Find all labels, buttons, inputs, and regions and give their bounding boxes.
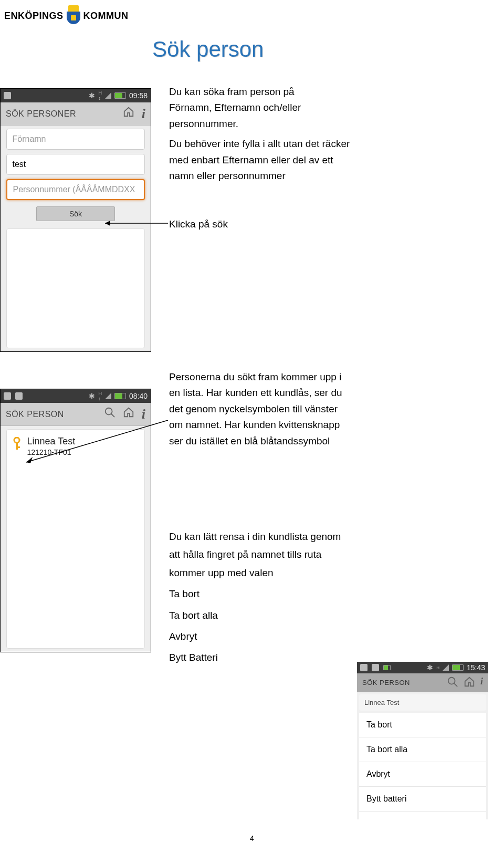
search-button-label: Sök bbox=[69, 210, 82, 218]
description-search: Du kan söka fram person på Förnamn, Efte… bbox=[169, 84, 416, 184]
description-long-press-menu: Du kan lätt rensa i din kundlista genom … bbox=[169, 529, 421, 668]
status-time: 08:40 bbox=[129, 392, 148, 400]
search-icon[interactable] bbox=[447, 676, 458, 690]
description-results: Personerna du sökt fram kommer upp i en … bbox=[169, 369, 421, 449]
info-icon[interactable]: i bbox=[480, 676, 483, 690]
signal-icon bbox=[443, 664, 449, 671]
status-bar: ✱ H 15:43 bbox=[357, 662, 488, 673]
desc-line: en lista. Har kunden ett kundlås, ser du bbox=[169, 385, 421, 401]
signal-icon bbox=[105, 92, 111, 99]
menu-item-ta-bort[interactable]: Ta bort bbox=[359, 713, 486, 737]
svg-rect-5 bbox=[16, 442, 18, 450]
network-icon: H↕ bbox=[98, 391, 102, 401]
desc-line: Personerna du sökt fram kommer upp i bbox=[169, 369, 421, 385]
desc-line: med enbart Efternamn eller del av ett bbox=[169, 152, 416, 168]
home-icon[interactable] bbox=[123, 106, 134, 122]
svg-line-7 bbox=[26, 420, 168, 462]
logo-crest-icon bbox=[66, 5, 81, 26]
info-icon[interactable]: i bbox=[142, 106, 145, 122]
desc-line: att hålla fingret på namnet tills ruta bbox=[169, 547, 421, 563]
svg-line-3 bbox=[111, 413, 114, 417]
description-click-search: Klicka på sök bbox=[169, 216, 416, 232]
bluetooth-icon: ✱ bbox=[427, 663, 433, 672]
sync-icon bbox=[360, 664, 368, 671]
appbar-title: SÖK PERSON bbox=[6, 410, 64, 419]
appbar-title: SÖK PERSON bbox=[362, 679, 410, 686]
status-bar: ✱ H↕ 09:58 bbox=[1, 89, 151, 102]
desc-line: Klicka på sök bbox=[169, 216, 416, 232]
signal-icon bbox=[105, 393, 111, 399]
app-bar: SÖK PERSONER i bbox=[1, 102, 151, 126]
network-icon: H↕ bbox=[98, 90, 102, 101]
svg-point-4 bbox=[14, 438, 19, 443]
desc-line: Du behöver inte fylla i allt utan det rä… bbox=[169, 136, 416, 152]
search-button[interactable]: Sök bbox=[36, 206, 116, 221]
appbar-title: SÖK PERSONER bbox=[6, 109, 76, 119]
results-empty-area bbox=[6, 228, 144, 348]
person-name: Linnea Test bbox=[364, 699, 399, 706]
bluetooth-icon: ✱ bbox=[89, 392, 95, 400]
desc-line: Du kan söka fram person på bbox=[169, 84, 416, 100]
status-bar: ✱ H↕ 08:40 bbox=[1, 389, 151, 403]
desc-line: om namnet. Har kunden kvittensknapp bbox=[169, 417, 421, 433]
battery-icon bbox=[452, 664, 464, 671]
sync-icon bbox=[4, 392, 11, 400]
svg-point-2 bbox=[106, 408, 112, 414]
page-number: 4 bbox=[250, 834, 254, 842]
bluetooth-icon: ✱ bbox=[89, 91, 95, 100]
home-icon[interactable] bbox=[123, 407, 134, 422]
option-label: Ta bort bbox=[169, 586, 421, 602]
search-form: Förnamn test Personnummer (ÅÅÅÅMMDDXX Sö… bbox=[1, 126, 151, 351]
logo-text-left: ENKÖPINGS bbox=[4, 11, 64, 22]
efternamn-value: test bbox=[12, 160, 26, 169]
battery-small-icon bbox=[383, 665, 391, 670]
menu-item-avbryt[interactable]: Avbryt bbox=[359, 762, 486, 787]
status-time: 09:58 bbox=[129, 91, 148, 100]
svg-marker-8 bbox=[26, 457, 33, 463]
network-icon: H bbox=[436, 665, 439, 670]
dimmed-list-item: Linnea Test bbox=[359, 694, 486, 711]
desc-line: ser du istället en blå blåtandssymbol bbox=[169, 433, 421, 449]
logo-text-right: KOMMUN bbox=[83, 11, 129, 22]
desc-line: personnummer. bbox=[169, 116, 416, 132]
arrow-to-search-button bbox=[105, 215, 173, 231]
desc-line: det genom nyckelsymbolen till vänster bbox=[169, 401, 421, 417]
battery-icon bbox=[114, 92, 126, 99]
fornamn-input[interactable]: Förnamn bbox=[6, 129, 144, 150]
image-icon bbox=[15, 392, 23, 400]
menu-item-bytt-batteri[interactable]: Bytt batteri bbox=[359, 787, 486, 812]
personnummer-placeholder: Personnummer (ÅÅÅÅMMDDXX bbox=[13, 185, 135, 194]
desc-line: Förnamn, Efternamn och/eller bbox=[169, 100, 416, 116]
context-menu: Ta bort Ta bort alla Avbryt Bytt batteri bbox=[359, 713, 486, 819]
home-icon[interactable] bbox=[464, 676, 475, 690]
status-time: 15:43 bbox=[467, 663, 485, 672]
efternamn-input[interactable]: test bbox=[6, 154, 144, 175]
battery-icon bbox=[114, 393, 126, 399]
phone-screenshot-context-menu: ✱ H 15:43 SÖK PERSON i Linnea Test Ta bo… bbox=[357, 662, 488, 819]
option-label: Avbryt bbox=[169, 629, 421, 644]
option-label: Ta bort alla bbox=[169, 608, 421, 623]
info-icon[interactable]: i bbox=[142, 407, 145, 422]
key-icon bbox=[12, 437, 22, 454]
fornamn-placeholder: Förnamn bbox=[12, 134, 46, 144]
desc-line: kommer upp med valen bbox=[169, 565, 421, 581]
logo: ENKÖPINGS KOMMUN bbox=[4, 5, 129, 26]
svg-marker-1 bbox=[105, 221, 110, 226]
svg-rect-6 bbox=[16, 446, 20, 448]
arrow-to-key-symbol bbox=[26, 420, 178, 473]
desc-line: Du kan lätt rensa i din kundlista genom bbox=[169, 529, 421, 545]
image-icon bbox=[4, 92, 11, 99]
svg-line-10 bbox=[454, 683, 457, 686]
image-icon bbox=[372, 664, 379, 671]
desc-line: namn eller personnummer bbox=[169, 168, 416, 184]
svg-point-9 bbox=[448, 677, 455, 684]
menu-item-ta-bort-alla[interactable]: Ta bort alla bbox=[359, 737, 486, 762]
page-title: Sök person bbox=[152, 37, 264, 62]
app-bar: SÖK PERSON i bbox=[357, 673, 488, 692]
personnummer-input[interactable]: Personnummer (ÅÅÅÅMMDDXX bbox=[6, 179, 144, 200]
search-icon[interactable] bbox=[104, 407, 116, 422]
